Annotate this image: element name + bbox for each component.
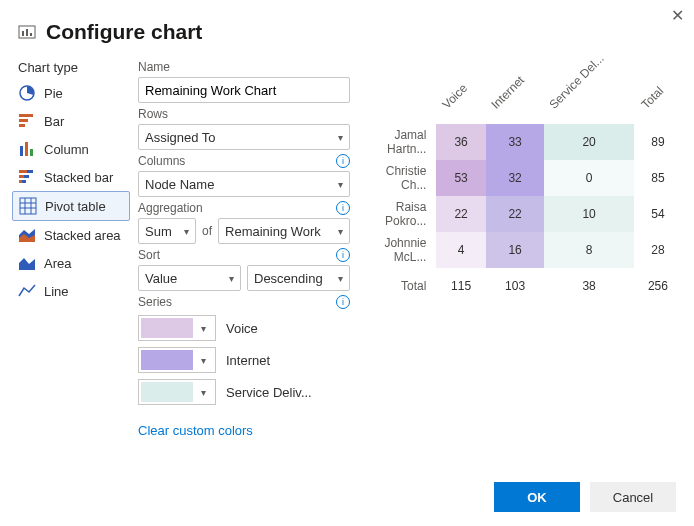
line-icon [18,282,36,300]
series-color-select[interactable]: ▾ [138,379,216,405]
series-row: ▾Service Deliv... [138,379,350,405]
chart-type-sidebar: Chart type Pie Bar Column Stacked bar Pi… [12,56,130,438]
svg-rect-5 [19,114,33,117]
pivot-cell: 10 [544,196,633,232]
columns-label: Columns [138,154,185,168]
pivot-cell: 256 [634,268,682,304]
columns-select[interactable]: Node Name ▾ [138,171,350,197]
sidebar-item-stacked-area[interactable]: Stacked area [12,221,130,249]
rows-label: Rows [138,107,168,121]
pivot-cell: 54 [634,196,682,232]
pivot-table: VoiceInternetService Del...TotalJamal Ha… [358,74,682,304]
chevron-down-icon: ▾ [193,355,213,366]
dialog-footer: OK Cancel [494,482,676,512]
sidebar-item-pie[interactable]: Pie [12,79,130,107]
chevron-down-icon: ▾ [338,273,343,284]
sidebar-item-area[interactable]: Area [12,249,130,277]
series-row: ▾Voice [138,315,350,341]
sidebar-item-label: Area [44,256,71,271]
svg-rect-17 [20,198,36,214]
sidebar-item-label: Pie [44,86,63,101]
pivot-cell: 85 [634,160,682,196]
sort-label: Sort [138,248,160,262]
name-label: Name [138,60,350,74]
pivot-cell: 20 [544,124,633,160]
close-icon[interactable]: ✕ [671,6,684,25]
chevron-down-icon: ▾ [338,226,343,237]
pivot-row-header: Jamal Hartn... [358,124,436,160]
svg-rect-8 [20,146,23,156]
sidebar-item-label: Pivot table [45,199,106,214]
clear-custom-colors-link[interactable]: Clear custom colors [138,423,253,438]
pivot-col-header: Total [627,84,666,123]
series-name: Service Deliv... [226,385,312,400]
chart-preview: VoiceInternetService Del...TotalJamal Ha… [358,56,682,438]
sidebar-item-column[interactable]: Column [12,135,130,163]
svg-rect-11 [19,170,27,173]
pivot-row-header: Christie Ch... [358,160,436,196]
config-form: Name Rows Assigned To ▾ Columnsi Node Na… [138,56,350,438]
svg-rect-9 [25,142,28,156]
chevron-down-icon: ▾ [338,132,343,143]
svg-rect-7 [19,124,25,127]
aggregation-func-select[interactable]: Sum ▾ [138,218,196,244]
pivot-cell: 33 [486,124,545,160]
bar-icon [18,112,36,130]
info-icon[interactable]: i [336,201,350,215]
chevron-down-icon: ▾ [193,323,213,334]
sidebar-item-label: Stacked bar [44,170,113,185]
pivot-cell: 36 [436,124,485,160]
svg-rect-6 [19,119,28,122]
dialog-title: Configure chart [46,20,202,44]
chart-type-heading: Chart type [18,60,130,75]
pivot-cell: 16 [486,232,545,268]
aggregation-field-select[interactable]: Remaining Work ▾ [218,218,350,244]
rows-select[interactable]: Assigned To ▾ [138,124,350,150]
svg-rect-10 [30,149,33,156]
sidebar-item-label: Stacked area [44,228,121,243]
chart-config-icon [18,23,36,41]
series-name: Internet [226,353,270,368]
pivot-cell: 115 [436,268,485,304]
info-icon[interactable]: i [336,154,350,168]
svg-rect-12 [27,170,33,173]
pivot-row-header: Total [358,268,436,304]
series-label: Series [138,295,172,309]
svg-rect-3 [30,33,32,36]
sidebar-item-label: Line [44,284,69,299]
sidebar-item-line[interactable]: Line [12,277,130,305]
series-color-select[interactable]: ▾ [138,315,216,341]
info-icon[interactable]: i [336,295,350,309]
chevron-down-icon: ▾ [229,273,234,284]
cancel-button[interactable]: Cancel [590,482,676,512]
svg-rect-1 [22,31,24,36]
dialog-header: Configure chart [0,0,694,50]
chevron-down-icon: ▾ [184,226,189,237]
pivot-cell: 38 [544,268,633,304]
stacked-area-icon [18,226,36,244]
color-swatch [141,350,193,370]
aggregation-of-label: of [202,224,212,238]
pivot-cell: 32 [486,160,545,196]
sidebar-item-bar[interactable]: Bar [12,107,130,135]
pivot-cell: 22 [436,196,485,232]
sort-by-select[interactable]: Value ▾ [138,265,241,291]
column-icon [18,140,36,158]
svg-rect-14 [24,175,29,178]
ok-button[interactable]: OK [494,482,580,512]
sidebar-item-pivot-table[interactable]: Pivot table [12,191,130,221]
sidebar-item-label: Bar [44,114,64,129]
info-icon[interactable]: i [336,248,350,262]
sidebar-item-stacked-bar[interactable]: Stacked bar [12,163,130,191]
pivot-cell: 89 [634,124,682,160]
name-input[interactable] [138,77,350,103]
pivot-cell: 22 [486,196,545,232]
pivot-cell: 103 [486,268,545,304]
pivot-cell: 53 [436,160,485,196]
series-color-select[interactable]: ▾ [138,347,216,373]
aggregation-label: Aggregation [138,201,203,215]
pivot-row-header: Raisa Pokro... [358,196,436,232]
sort-dir-select[interactable]: Descending ▾ [247,265,350,291]
chevron-down-icon: ▾ [338,179,343,190]
svg-rect-13 [19,175,24,178]
